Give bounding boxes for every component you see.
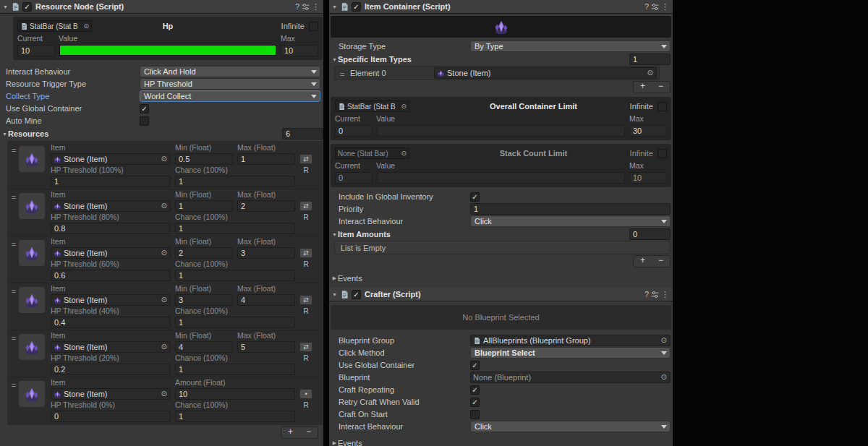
item-object-field[interactable]: Stone (Item) ⊙ bbox=[51, 341, 171, 353]
current-input[interactable]: 10 bbox=[17, 45, 55, 56]
craft-on-start-checkbox[interactable] bbox=[470, 410, 480, 419]
foldout-open-icon[interactable]: ▼ bbox=[331, 57, 338, 62]
object-picker-icon[interactable]: ⊙ bbox=[161, 155, 167, 163]
add-element-button[interactable]: + bbox=[634, 82, 652, 93]
element-object-field[interactable]: Stone (Item) ⊙ bbox=[434, 67, 657, 79]
add-element-button[interactable]: + bbox=[281, 427, 299, 438]
help-icon[interactable]: ? bbox=[644, 290, 649, 299]
infinite-checkbox[interactable] bbox=[658, 102, 667, 111]
hp-threshold-input[interactable]: 0.4 bbox=[51, 317, 171, 328]
infinite-checkbox[interactable] bbox=[309, 22, 318, 31]
interact-behaviour-dropdown[interactable]: Click bbox=[470, 421, 671, 432]
amount-input[interactable]: 10 bbox=[175, 388, 295, 400]
specific-item-types-label[interactable]: Specific Item Types bbox=[338, 55, 629, 64]
statbar-object-field[interactable]: None (Stat Bar) ⊙ bbox=[335, 147, 409, 159]
foldout-open-icon[interactable]: ▼ bbox=[331, 292, 338, 297]
object-picker-icon[interactable]: ⊙ bbox=[83, 22, 89, 30]
craft-repeating-checkbox[interactable]: ✓ bbox=[470, 385, 480, 395]
help-icon[interactable]: ? bbox=[295, 2, 299, 11]
preset-icon[interactable] bbox=[651, 291, 659, 299]
interact-behaviour-dropdown[interactable]: Click bbox=[470, 215, 671, 227]
component-enabled-checkbox[interactable]: ✓ bbox=[22, 2, 32, 12]
max-input[interactable]: 4 bbox=[237, 294, 295, 306]
min-input[interactable]: 3 bbox=[175, 294, 233, 306]
options-button[interactable]: • bbox=[299, 389, 312, 399]
include-in-global-inventory-checkbox[interactable]: ✓ bbox=[470, 192, 480, 202]
component-enabled-checkbox[interactable]: ✓ bbox=[352, 2, 361, 12]
hp-threshold-input[interactable]: 1 bbox=[51, 176, 171, 187]
randomize-button[interactable]: R bbox=[299, 213, 312, 221]
chance-input[interactable]: 1 bbox=[175, 176, 295, 187]
drag-handle-icon[interactable]: = bbox=[9, 238, 19, 249]
drag-handle-icon[interactable]: = bbox=[9, 144, 19, 155]
min-input[interactable]: 4 bbox=[175, 341, 233, 353]
interact-behaviour-dropdown[interactable]: Click And Hold bbox=[140, 66, 320, 77]
item-amounts-size-input[interactable]: 0 bbox=[629, 228, 671, 240]
kebab-menu-icon[interactable]: ⋮ bbox=[661, 290, 669, 299]
statbar-object-field[interactable]: StatBar (Stat B ⊙ bbox=[17, 20, 92, 32]
events-label[interactable]: Events bbox=[338, 274, 362, 283]
chance-input[interactable]: 1 bbox=[175, 270, 295, 281]
kebab-menu-icon[interactable]: ⋮ bbox=[661, 2, 669, 12]
swap-min-max-button[interactable]: ⇄ bbox=[299, 342, 312, 352]
statbar-object-field[interactable]: StatBar (Stat B ⊙ bbox=[335, 100, 409, 112]
blueprint-group-object-field[interactable]: AllBlueprints (Blueprint Group) ⊙ bbox=[470, 335, 671, 346]
remove-element-button[interactable]: − bbox=[652, 82, 670, 93]
priority-input[interactable]: 1 bbox=[470, 203, 671, 215]
hp-threshold-input[interactable]: 0.2 bbox=[51, 364, 171, 375]
object-picker-icon[interactable]: ⊙ bbox=[161, 202, 167, 210]
storage-type-dropdown[interactable]: By Type bbox=[470, 40, 671, 52]
chance-input[interactable]: 1 bbox=[175, 364, 295, 375]
min-input[interactable]: 1 bbox=[175, 200, 233, 212]
max-input[interactable]: 2 bbox=[237, 200, 295, 212]
swap-min-max-button[interactable]: ⇄ bbox=[299, 201, 312, 211]
drag-handle-icon[interactable]: = bbox=[337, 68, 347, 79]
object-picker-icon[interactable]: ⊙ bbox=[401, 103, 407, 110]
specific-item-types-size-input[interactable]: 1 bbox=[629, 53, 671, 65]
preset-icon[interactable] bbox=[651, 3, 659, 11]
blueprint-object-field[interactable]: None (Blueprint) ⊙ bbox=[470, 372, 671, 383]
collect-type-dropdown[interactable]: World Collect bbox=[140, 90, 320, 102]
preset-icon[interactable] bbox=[302, 3, 310, 11]
randomize-button[interactable]: R bbox=[299, 307, 312, 315]
chance-input[interactable]: 1 bbox=[175, 317, 295, 328]
object-picker-icon[interactable]: ⊙ bbox=[161, 390, 167, 398]
hp-threshold-input[interactable]: 0 bbox=[51, 411, 171, 422]
object-picker-icon[interactable]: ⊙ bbox=[161, 343, 167, 351]
swap-min-max-button[interactable]: ⇄ bbox=[299, 248, 312, 258]
max-input[interactable]: 5 bbox=[237, 341, 295, 353]
resources-size-input[interactable]: 6 bbox=[282, 128, 323, 140]
object-picker-icon[interactable]: ⊙ bbox=[661, 374, 667, 381]
drag-handle-icon[interactable]: = bbox=[9, 191, 19, 202]
foldout-open-icon[interactable]: ▼ bbox=[1, 132, 8, 137]
randomize-button[interactable]: R bbox=[299, 354, 312, 362]
hp-threshold-input[interactable]: 0.6 bbox=[51, 270, 171, 281]
foldout-open-icon[interactable]: ▼ bbox=[331, 232, 338, 237]
value-input[interactable] bbox=[377, 172, 625, 184]
component-enabled-checkbox[interactable]: ✓ bbox=[352, 290, 361, 299]
add-element-button[interactable]: + bbox=[634, 256, 652, 267]
item-object-field[interactable]: Stone (Item) ⊙ bbox=[51, 153, 171, 165]
remove-element-button[interactable]: − bbox=[652, 256, 670, 267]
drag-handle-icon[interactable]: = bbox=[9, 379, 19, 390]
hp-threshold-input[interactable]: 0.8 bbox=[51, 223, 171, 234]
remove-element-button[interactable]: − bbox=[299, 427, 318, 438]
object-picker-icon[interactable]: ⊙ bbox=[161, 249, 167, 257]
chance-input[interactable]: 1 bbox=[175, 411, 295, 422]
randomize-button[interactable]: R bbox=[299, 401, 312, 409]
item-object-field[interactable]: Stone (Item) ⊙ bbox=[51, 388, 171, 400]
foldout-open-icon[interactable]: ▼ bbox=[331, 4, 338, 9]
auto-mine-checkbox[interactable] bbox=[140, 116, 149, 126]
object-picker-icon[interactable]: ⊙ bbox=[661, 337, 667, 344]
randomize-button[interactable]: R bbox=[299, 260, 312, 268]
item-amounts-label[interactable]: Item Amounts bbox=[338, 230, 629, 239]
current-input[interactable]: 0 bbox=[335, 125, 373, 137]
max-input[interactable]: 3 bbox=[237, 247, 295, 259]
chance-input[interactable]: 1 bbox=[175, 223, 295, 234]
item-object-field[interactable]: Stone (Item) ⊙ bbox=[51, 247, 171, 259]
resources-label[interactable]: Resources bbox=[8, 129, 282, 138]
object-picker-icon[interactable]: ⊙ bbox=[161, 296, 167, 304]
retry-craft-when-valid-checkbox[interactable]: ✓ bbox=[470, 398, 480, 407]
foldout-open-icon[interactable]: ▼ bbox=[2, 4, 9, 9]
max-input[interactable]: 10 bbox=[629, 172, 667, 184]
